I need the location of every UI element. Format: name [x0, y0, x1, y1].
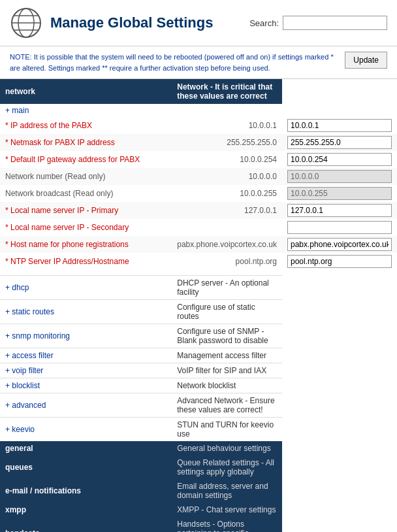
- category-row[interactable]: xmpp XMPP - Chat server settings: [0, 503, 397, 517]
- network-header-left: network: [0, 79, 172, 104]
- field-input[interactable]: [287, 119, 392, 132]
- subsection-label[interactable]: + blocklist: [0, 378, 172, 393]
- main-group-label[interactable]: + main: [5, 106, 29, 115]
- subsection-label[interactable]: + keevio: [0, 417, 172, 441]
- category-row[interactable]: queues Queue Related settings - All sett…: [0, 456, 397, 479]
- field-input-cell: [282, 134, 397, 151]
- field-row: * Local name server IP - Primary 127.0.0…: [0, 202, 397, 219]
- field-input-cell: [282, 185, 397, 202]
- subsection-row: + snmp monitoring Configure use of SNMP …: [0, 324, 397, 348]
- field-current-value: [172, 219, 282, 236]
- subsection-row: + access filter Management access filter: [0, 348, 397, 363]
- field-row: * IP address of the PABX 10.0.0.1: [0, 117, 397, 134]
- category-desc: General behaviour settings: [172, 441, 282, 456]
- field-label: * Host name for phone registrations: [0, 236, 172, 253]
- update-button[interactable]: Update: [345, 52, 387, 69]
- category-row[interactable]: general General behaviour settings: [0, 441, 397, 456]
- subsection-row: + voip filter VoIP filter for SIP and IA…: [0, 363, 397, 378]
- field-input-cell: [282, 151, 397, 168]
- field-label: * Netmask for PABX IP address: [0, 134, 172, 151]
- network-header-right: Network - It is critical that these valu…: [172, 79, 282, 104]
- field-input-cell: [282, 117, 397, 134]
- field-row: Network broadcast (Read only) 10.0.0.255: [0, 185, 397, 202]
- field-current-value: 10.0.0.0: [172, 168, 282, 185]
- field-row: * Host name for phone registrations pabx…: [0, 236, 397, 253]
- field-current-value: 10.0.0.1: [172, 117, 282, 134]
- subsection-row: + static routes Configure use of static …: [0, 299, 397, 324]
- category-name[interactable]: xmpp: [0, 503, 172, 517]
- notice-bar: NOTE: It is possible that the system wil…: [0, 46, 397, 79]
- category-row[interactable]: e-mail / notifications Email address, se…: [0, 479, 397, 503]
- subsection-label[interactable]: + snmp monitoring: [0, 324, 172, 348]
- subsection-row: + advanced Advanced Network - Ensure the…: [0, 393, 397, 417]
- search-label: Search:: [249, 18, 279, 28]
- subsection-desc: Configure use of SNMP - Blank password t…: [172, 324, 282, 348]
- settings-table: network Network - It is critical that th…: [0, 79, 397, 532]
- globe-icon: [10, 7, 42, 39]
- subsection-desc: Advanced Network - Ensure these values a…: [172, 393, 282, 417]
- subsection-label[interactable]: + advanced: [0, 393, 172, 417]
- category-name[interactable]: queues: [0, 456, 172, 479]
- subsection-desc: DHCP server - An optional facility: [172, 275, 282, 299]
- network-section-header: network Network - It is critical that th…: [0, 79, 397, 104]
- field-input[interactable]: [287, 238, 392, 251]
- category-desc: XMPP - Chat server settings: [172, 503, 282, 517]
- subsections-body: + dhcp DHCP server - An optional facilit…: [0, 275, 397, 441]
- field-current-value: 127.0.0.1: [172, 202, 282, 219]
- subsection-label[interactable]: + static routes: [0, 299, 172, 324]
- field-current-value: pabx.phone.voipcortex.co.uk: [172, 236, 282, 253]
- category-name[interactable]: handsets: [0, 517, 172, 533]
- subsection-desc: Network blocklist: [172, 378, 282, 393]
- field-input-cell: [282, 202, 397, 219]
- field-label: * Local name server IP - Primary: [0, 202, 172, 219]
- field-input[interactable]: [287, 255, 392, 268]
- search-input[interactable]: [283, 16, 387, 30]
- subsection-row: + dhcp DHCP server - An optional facilit…: [0, 275, 397, 299]
- subsection-row: + keevio STUN and TURN for keevio use: [0, 417, 397, 441]
- field-current-value: pool.ntp.org: [172, 253, 282, 270]
- field-input-cell: [282, 219, 397, 236]
- page-title: Manage Global Settings: [50, 14, 249, 31]
- field-label: Network number (Read only): [0, 168, 172, 185]
- field-input[interactable]: [287, 204, 392, 217]
- subsection-desc: Configure use of static routes: [172, 299, 282, 324]
- category-desc: Queue Related settings - All settings ap…: [172, 456, 282, 479]
- field-row: * Default IP gateway address for PABX 10…: [0, 151, 397, 168]
- main-group-row: + main: [0, 104, 397, 117]
- field-input: [287, 187, 392, 200]
- category-desc: Email address, server and domain setting…: [172, 479, 282, 503]
- subsection-desc: Management access filter: [172, 348, 282, 363]
- field-row: * Netmask for PABX IP address 255.255.25…: [0, 134, 397, 151]
- category-desc: Handsets - Options pertaining to specifi…: [172, 517, 282, 533]
- subsection-row: + blocklist Network blocklist: [0, 378, 397, 393]
- subsection-desc: STUN and TURN for keevio use: [172, 417, 282, 441]
- category-name[interactable]: e-mail / notifications: [0, 479, 172, 503]
- field-input[interactable]: [287, 153, 392, 166]
- field-label: * IP address of the PABX: [0, 117, 172, 134]
- field-label: * Default IP gateway address for PABX: [0, 151, 172, 168]
- notice-text: NOTE: It is possible that the system wil…: [10, 52, 338, 73]
- field-label: * Local name server IP - Secondary: [0, 219, 172, 236]
- field-input-cell: [282, 236, 397, 253]
- field-input-cell: [282, 168, 397, 185]
- field-input[interactable]: [287, 136, 392, 149]
- fields-body: * IP address of the PABX 10.0.0.1 * Netm…: [0, 117, 397, 275]
- category-row[interactable]: handsets Handsets - Options pertaining t…: [0, 517, 397, 533]
- field-input-cell: [282, 253, 397, 270]
- categories-body: general General behaviour settings queue…: [0, 441, 397, 533]
- field-row: Network number (Read only) 10.0.0.0: [0, 168, 397, 185]
- field-current-value: 10.0.0.255: [172, 185, 282, 202]
- subsection-desc: VoIP filter for SIP and IAX: [172, 363, 282, 378]
- field-input: [287, 170, 392, 183]
- subsection-label[interactable]: + access filter: [0, 348, 172, 363]
- field-row: * NTP Server IP Address/Hostname pool.nt…: [0, 253, 397, 270]
- field-row: * Local name server IP - Secondary: [0, 219, 397, 236]
- field-label: * NTP Server IP Address/Hostname: [0, 253, 172, 270]
- subsection-label[interactable]: + voip filter: [0, 363, 172, 378]
- subsection-label[interactable]: + dhcp: [0, 275, 172, 299]
- field-current-value: 10.0.0.254: [172, 151, 282, 168]
- field-current-value: 255.255.255.0: [172, 134, 282, 151]
- field-input[interactable]: [287, 221, 392, 234]
- field-label: Network broadcast (Read only): [0, 185, 172, 202]
- category-name[interactable]: general: [0, 441, 172, 456]
